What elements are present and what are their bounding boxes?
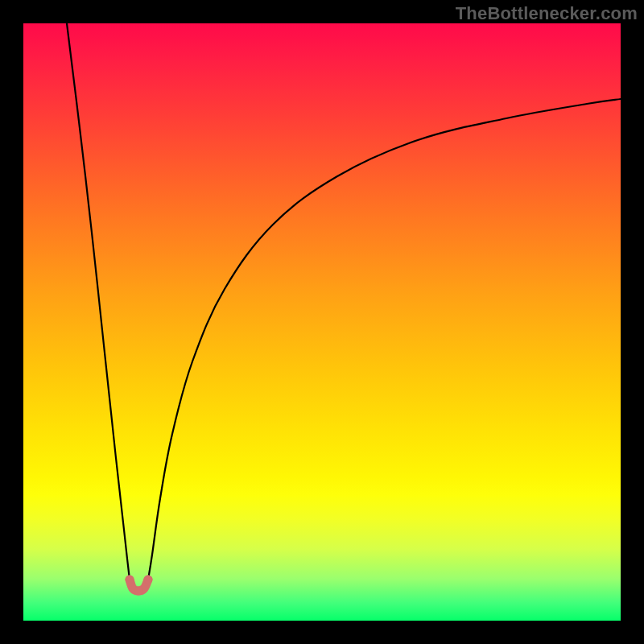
curve-layer bbox=[23, 23, 621, 621]
trough-marker-2 bbox=[144, 576, 153, 584]
series-left-descending-curve bbox=[67, 23, 130, 580]
trough-marker-0 bbox=[126, 576, 134, 584]
outer-frame: TheBottlenecker.com bbox=[0, 0, 644, 644]
trough-marker-1 bbox=[134, 587, 143, 596]
plot-area bbox=[23, 23, 621, 621]
series-right-rising-curve bbox=[148, 99, 621, 580]
watermark-text: TheBottlenecker.com bbox=[456, 3, 638, 24]
